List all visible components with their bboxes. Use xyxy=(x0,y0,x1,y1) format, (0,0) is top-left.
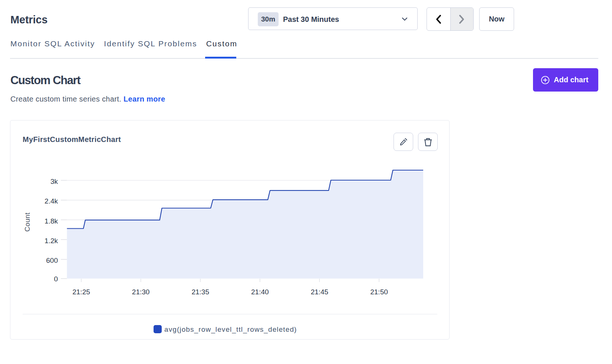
svg-text:Count: Count xyxy=(23,212,31,232)
svg-text:21:40: 21:40 xyxy=(251,288,269,296)
svg-text:600: 600 xyxy=(46,257,58,264)
svg-text:21:35: 21:35 xyxy=(191,288,209,296)
svg-text:21:25: 21:25 xyxy=(72,288,90,296)
svg-text:21:30: 21:30 xyxy=(132,288,150,296)
svg-text:21:45: 21:45 xyxy=(311,288,329,296)
svg-text:2.4k: 2.4k xyxy=(45,197,58,205)
svg-text:3k: 3k xyxy=(50,178,58,185)
svg-text:0: 0 xyxy=(54,275,58,283)
svg-text:1.8k: 1.8k xyxy=(45,217,58,225)
svg-text:1.2k: 1.2k xyxy=(45,237,58,245)
svg-text:21:50: 21:50 xyxy=(370,288,388,296)
